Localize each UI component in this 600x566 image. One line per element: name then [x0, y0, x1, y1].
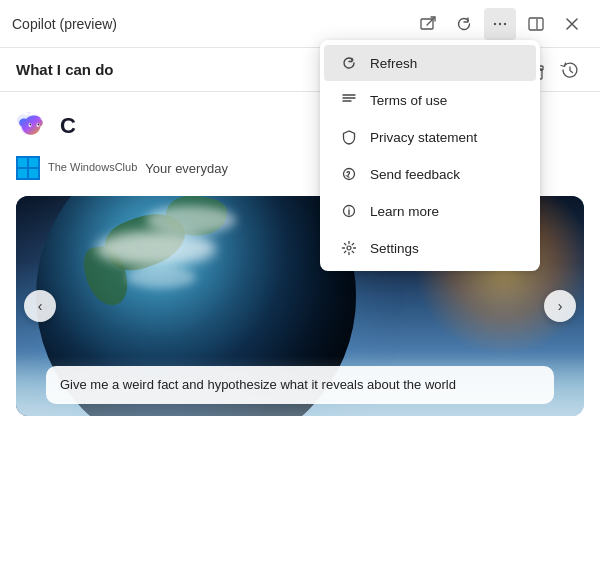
info-menu-icon [340, 202, 358, 220]
refresh-menu-icon [340, 54, 358, 72]
shield-menu-icon [340, 128, 358, 146]
menu-item-privacy-label: Privacy statement [370, 130, 477, 145]
copilot-logo [16, 108, 52, 144]
history-button[interactable] [556, 56, 584, 84]
close-icon [566, 18, 578, 30]
refresh-button[interactable] [448, 8, 480, 40]
svg-rect-13 [29, 158, 38, 167]
svg-point-1 [494, 22, 496, 24]
settings-menu-icon [340, 239, 358, 257]
svg-rect-4 [529, 18, 543, 30]
windows-logo-icon [16, 156, 40, 180]
context-menu: Refresh Terms of use Privacy statement [320, 40, 540, 271]
more-options-button[interactable] [484, 8, 516, 40]
svg-rect-14 [18, 169, 27, 178]
menu-item-learn-label: Learn more [370, 204, 439, 219]
menu-item-settings[interactable]: Settings [324, 230, 536, 266]
brand-info: The WindowsClub [48, 161, 137, 174]
toggle-panel-button[interactable] [520, 8, 552, 40]
menu-item-feedback[interactable]: Send feedback [324, 156, 536, 192]
menu-item-refresh[interactable]: Refresh [324, 45, 536, 81]
main-panel: Copilot (preview) [0, 0, 600, 566]
copilot-brand-text: C [60, 113, 76, 139]
menu-item-privacy[interactable]: Privacy statement [324, 119, 536, 155]
more-icon [492, 16, 508, 32]
next-button[interactable]: › [544, 290, 576, 322]
svg-point-10 [30, 124, 31, 126]
prev-button[interactable]: ‹ [24, 290, 56, 322]
menu-item-refresh-label: Refresh [370, 56, 417, 71]
titlebar-left: Copilot (preview) [12, 16, 117, 32]
subheader-title: What I can do [16, 61, 114, 78]
titlebar-controls [412, 8, 588, 40]
feedback-menu-icon [340, 165, 358, 183]
caption-box: Give me a weird fact and hypothesize wha… [46, 366, 554, 404]
close-button[interactable] [556, 8, 588, 40]
menu-item-feedback-label: Send feedback [370, 167, 460, 182]
terms-menu-icon [340, 91, 358, 109]
menu-item-terms[interactable]: Terms of use [324, 82, 536, 118]
svg-point-20 [347, 246, 351, 250]
open-browser-icon [420, 16, 436, 32]
panel-icon [528, 16, 544, 32]
history-icon [560, 60, 580, 80]
svg-point-2 [499, 22, 501, 24]
caption-text: Give me a weird fact and hypothesize wha… [60, 377, 456, 392]
menu-item-learn[interactable]: Learn more [324, 193, 536, 229]
menu-item-terms-label: Terms of use [370, 93, 447, 108]
svg-point-3 [504, 22, 506, 24]
menu-item-settings-label: Settings [370, 241, 419, 256]
app-title: Copilot (preview) [12, 16, 117, 32]
windows-club-icon [16, 156, 40, 180]
svg-point-11 [38, 124, 39, 126]
svg-point-19 [348, 207, 349, 208]
svg-rect-15 [29, 169, 38, 178]
brand-name: The WindowsClub [48, 161, 137, 174]
brand-tagline: Your everyday [145, 161, 228, 176]
svg-rect-12 [18, 158, 27, 167]
refresh-icon [456, 16, 472, 32]
open-browser-button[interactable] [412, 8, 444, 40]
